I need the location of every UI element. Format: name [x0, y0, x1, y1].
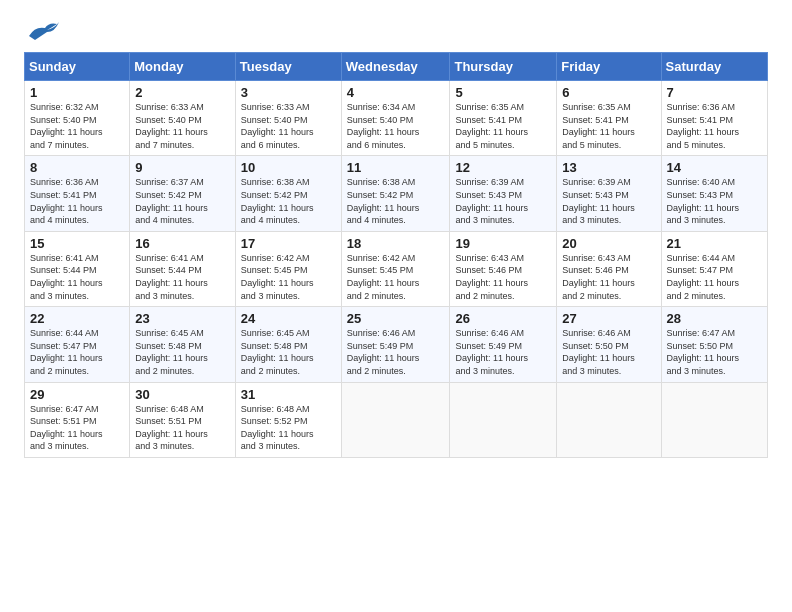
calendar-cell: 20Sunrise: 6:43 AMSunset: 5:46 PMDayligh…: [557, 231, 661, 306]
calendar-header-row: SundayMondayTuesdayWednesdayThursdayFrid…: [25, 53, 768, 81]
col-header-monday: Monday: [130, 53, 236, 81]
day-info: Sunrise: 6:41 AMSunset: 5:44 PMDaylight:…: [30, 253, 103, 301]
logo-bird-icon: [27, 18, 61, 42]
day-number: 26: [455, 311, 551, 326]
day-number: 23: [135, 311, 230, 326]
day-info: Sunrise: 6:48 AMSunset: 5:52 PMDaylight:…: [241, 404, 314, 452]
day-number: 24: [241, 311, 336, 326]
col-header-friday: Friday: [557, 53, 661, 81]
calendar-cell: 1Sunrise: 6:32 AMSunset: 5:40 PMDaylight…: [25, 81, 130, 156]
day-number: 10: [241, 160, 336, 175]
calendar-cell: 19Sunrise: 6:43 AMSunset: 5:46 PMDayligh…: [450, 231, 557, 306]
day-number: 27: [562, 311, 655, 326]
logo: [24, 20, 61, 42]
day-info: Sunrise: 6:44 AMSunset: 5:47 PMDaylight:…: [667, 253, 740, 301]
day-info: Sunrise: 6:46 AMSunset: 5:49 PMDaylight:…: [347, 328, 420, 376]
day-number: 15: [30, 236, 124, 251]
calendar-cell: 26Sunrise: 6:46 AMSunset: 5:49 PMDayligh…: [450, 307, 557, 382]
calendar-cell: [661, 382, 767, 457]
day-info: Sunrise: 6:37 AMSunset: 5:42 PMDaylight:…: [135, 177, 208, 225]
calendar-table: SundayMondayTuesdayWednesdayThursdayFrid…: [24, 52, 768, 458]
day-info: Sunrise: 6:48 AMSunset: 5:51 PMDaylight:…: [135, 404, 208, 452]
day-number: 17: [241, 236, 336, 251]
calendar-cell: 10Sunrise: 6:38 AMSunset: 5:42 PMDayligh…: [235, 156, 341, 231]
col-header-wednesday: Wednesday: [341, 53, 450, 81]
calendar-cell: 30Sunrise: 6:48 AMSunset: 5:51 PMDayligh…: [130, 382, 236, 457]
calendar-cell: [557, 382, 661, 457]
day-number: 6: [562, 85, 655, 100]
day-number: 8: [30, 160, 124, 175]
day-info: Sunrise: 6:36 AMSunset: 5:41 PMDaylight:…: [667, 102, 740, 150]
day-number: 3: [241, 85, 336, 100]
calendar-cell: 16Sunrise: 6:41 AMSunset: 5:44 PMDayligh…: [130, 231, 236, 306]
day-number: 20: [562, 236, 655, 251]
day-info: Sunrise: 6:35 AMSunset: 5:41 PMDaylight:…: [562, 102, 635, 150]
col-header-saturday: Saturday: [661, 53, 767, 81]
day-info: Sunrise: 6:43 AMSunset: 5:46 PMDaylight:…: [562, 253, 635, 301]
day-number: 18: [347, 236, 445, 251]
day-number: 9: [135, 160, 230, 175]
day-info: Sunrise: 6:35 AMSunset: 5:41 PMDaylight:…: [455, 102, 528, 150]
calendar-cell: 17Sunrise: 6:42 AMSunset: 5:45 PMDayligh…: [235, 231, 341, 306]
col-header-sunday: Sunday: [25, 53, 130, 81]
day-info: Sunrise: 6:40 AMSunset: 5:43 PMDaylight:…: [667, 177, 740, 225]
calendar-cell: 11Sunrise: 6:38 AMSunset: 5:42 PMDayligh…: [341, 156, 450, 231]
calendar-cell: 2Sunrise: 6:33 AMSunset: 5:40 PMDaylight…: [130, 81, 236, 156]
day-info: Sunrise: 6:47 AMSunset: 5:50 PMDaylight:…: [667, 328, 740, 376]
day-number: 13: [562, 160, 655, 175]
calendar-cell: 3Sunrise: 6:33 AMSunset: 5:40 PMDaylight…: [235, 81, 341, 156]
calendar-cell: 22Sunrise: 6:44 AMSunset: 5:47 PMDayligh…: [25, 307, 130, 382]
calendar-cell: 9Sunrise: 6:37 AMSunset: 5:42 PMDaylight…: [130, 156, 236, 231]
day-info: Sunrise: 6:44 AMSunset: 5:47 PMDaylight:…: [30, 328, 103, 376]
day-info: Sunrise: 6:45 AMSunset: 5:48 PMDaylight:…: [241, 328, 314, 376]
calendar-cell: 23Sunrise: 6:45 AMSunset: 5:48 PMDayligh…: [130, 307, 236, 382]
day-info: Sunrise: 6:45 AMSunset: 5:48 PMDaylight:…: [135, 328, 208, 376]
calendar-cell: [341, 382, 450, 457]
calendar-cell: 24Sunrise: 6:45 AMSunset: 5:48 PMDayligh…: [235, 307, 341, 382]
calendar-cell: 13Sunrise: 6:39 AMSunset: 5:43 PMDayligh…: [557, 156, 661, 231]
calendar-cell: 14Sunrise: 6:40 AMSunset: 5:43 PMDayligh…: [661, 156, 767, 231]
day-number: 5: [455, 85, 551, 100]
calendar-cell: 29Sunrise: 6:47 AMSunset: 5:51 PMDayligh…: [25, 382, 130, 457]
day-info: Sunrise: 6:41 AMSunset: 5:44 PMDaylight:…: [135, 253, 208, 301]
day-info: Sunrise: 6:46 AMSunset: 5:49 PMDaylight:…: [455, 328, 528, 376]
day-info: Sunrise: 6:36 AMSunset: 5:41 PMDaylight:…: [30, 177, 103, 225]
day-info: Sunrise: 6:43 AMSunset: 5:46 PMDaylight:…: [455, 253, 528, 301]
day-number: 29: [30, 387, 124, 402]
day-info: Sunrise: 6:46 AMSunset: 5:50 PMDaylight:…: [562, 328, 635, 376]
day-number: 1: [30, 85, 124, 100]
day-info: Sunrise: 6:39 AMSunset: 5:43 PMDaylight:…: [455, 177, 528, 225]
day-info: Sunrise: 6:39 AMSunset: 5:43 PMDaylight:…: [562, 177, 635, 225]
calendar-cell: 18Sunrise: 6:42 AMSunset: 5:45 PMDayligh…: [341, 231, 450, 306]
calendar-week-row: 8Sunrise: 6:36 AMSunset: 5:41 PMDaylight…: [25, 156, 768, 231]
page-header: [24, 20, 768, 42]
day-number: 16: [135, 236, 230, 251]
calendar-week-row: 29Sunrise: 6:47 AMSunset: 5:51 PMDayligh…: [25, 382, 768, 457]
calendar-week-row: 22Sunrise: 6:44 AMSunset: 5:47 PMDayligh…: [25, 307, 768, 382]
day-info: Sunrise: 6:38 AMSunset: 5:42 PMDaylight:…: [241, 177, 314, 225]
calendar-cell: 8Sunrise: 6:36 AMSunset: 5:41 PMDaylight…: [25, 156, 130, 231]
calendar-cell: 5Sunrise: 6:35 AMSunset: 5:41 PMDaylight…: [450, 81, 557, 156]
calendar-week-row: 1Sunrise: 6:32 AMSunset: 5:40 PMDaylight…: [25, 81, 768, 156]
calendar-cell: 28Sunrise: 6:47 AMSunset: 5:50 PMDayligh…: [661, 307, 767, 382]
calendar-cell: 21Sunrise: 6:44 AMSunset: 5:47 PMDayligh…: [661, 231, 767, 306]
day-number: 21: [667, 236, 762, 251]
day-number: 11: [347, 160, 445, 175]
day-number: 19: [455, 236, 551, 251]
calendar-cell: 6Sunrise: 6:35 AMSunset: 5:41 PMDaylight…: [557, 81, 661, 156]
day-info: Sunrise: 6:38 AMSunset: 5:42 PMDaylight:…: [347, 177, 420, 225]
day-number: 28: [667, 311, 762, 326]
calendar-cell: 25Sunrise: 6:46 AMSunset: 5:49 PMDayligh…: [341, 307, 450, 382]
day-number: 4: [347, 85, 445, 100]
day-info: Sunrise: 6:34 AMSunset: 5:40 PMDaylight:…: [347, 102, 420, 150]
calendar-cell: 31Sunrise: 6:48 AMSunset: 5:52 PMDayligh…: [235, 382, 341, 457]
calendar-cell: 7Sunrise: 6:36 AMSunset: 5:41 PMDaylight…: [661, 81, 767, 156]
day-info: Sunrise: 6:47 AMSunset: 5:51 PMDaylight:…: [30, 404, 103, 452]
day-info: Sunrise: 6:42 AMSunset: 5:45 PMDaylight:…: [241, 253, 314, 301]
day-info: Sunrise: 6:32 AMSunset: 5:40 PMDaylight:…: [30, 102, 103, 150]
calendar-week-row: 15Sunrise: 6:41 AMSunset: 5:44 PMDayligh…: [25, 231, 768, 306]
day-number: 22: [30, 311, 124, 326]
calendar-cell: 4Sunrise: 6:34 AMSunset: 5:40 PMDaylight…: [341, 81, 450, 156]
day-number: 31: [241, 387, 336, 402]
day-number: 7: [667, 85, 762, 100]
